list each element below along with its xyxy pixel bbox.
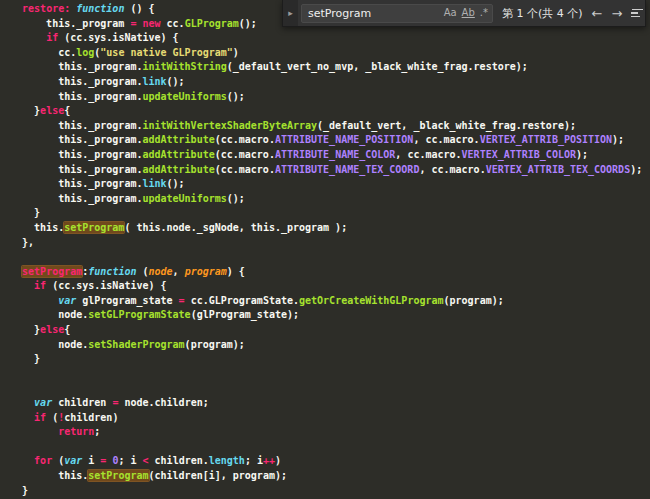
code-line: node.setShaderProgram(program); — [10, 338, 650, 353]
search-match: setProgram — [64, 222, 124, 233]
code-line: node.setGLProgramState(glProgram_state); — [10, 308, 650, 323]
prev-match-button[interactable]: ← — [592, 7, 603, 20]
code-line: this._program.initWithVertexShaderByteAr… — [10, 119, 650, 134]
code-line: if (cc.sys.isNative) { — [10, 31, 650, 46]
next-match-button[interactable]: → — [611, 7, 622, 20]
code-editor[interactable]: restore: function () { this._program = n… — [0, 0, 650, 498]
find-in-selection-button[interactable] — [631, 9, 644, 18]
code-line: if (cc.sys.isNative) { — [10, 279, 650, 294]
code-line: }, — [10, 236, 650, 251]
code-line: return; — [10, 425, 650, 440]
search-match: setProgram — [22, 266, 82, 277]
code-line: var glProgram_state = cc.GLProgramState.… — [10, 294, 650, 309]
find-widget: ▸ setProgram Aa Ab .* 第 1 个(共 4 个) ← → ✕ — [282, 0, 646, 27]
code-line — [10, 367, 650, 382]
chevron-right-icon: ▸ — [288, 8, 293, 18]
code-line: this.setProgram( this.node._sgNode, this… — [10, 221, 650, 236]
code-line: this._program.updateUniforms(); — [10, 192, 650, 207]
code-line — [10, 381, 650, 396]
code-line — [10, 440, 650, 455]
code-line: cc.log("use native GLProgram") — [10, 46, 650, 61]
code-line: this._program.addAttribute(cc.macro.ATTR… — [10, 133, 650, 148]
code-line: this.setProgram(children[i], program); — [10, 469, 650, 484]
code-line: this._program.addAttribute(cc.macro.ATTR… — [10, 163, 650, 178]
code-line: for (var i = 0; i < children.length; i++… — [10, 454, 650, 469]
code-line: } — [10, 206, 650, 221]
code-line: }else{ — [10, 104, 650, 119]
find-query-text: setProgram — [302, 7, 444, 20]
code-line — [10, 250, 650, 265]
code-line: this._program.link(); — [10, 75, 650, 90]
match-case-toggle[interactable]: Aa — [444, 8, 457, 18]
code-line: }else{ — [10, 323, 650, 338]
match-count: 第 1 个(共 4 个) — [502, 6, 583, 21]
code-line: this._program.initWithString(_default_ve… — [10, 60, 650, 75]
code-line: } — [10, 484, 650, 499]
code-line: var children = node.children; — [10, 396, 650, 411]
expand-replace-toggle[interactable]: ▸ — [283, 0, 298, 26]
code-line: this._program.updateUniforms(); — [10, 90, 650, 105]
find-toggles: Aa Ab .* — [444, 8, 492, 18]
code-line: setProgram:function (node, program) { — [10, 265, 650, 280]
find-in-selection-icon — [632, 9, 643, 11]
code-line: if (!children) — [10, 411, 650, 426]
whole-word-toggle[interactable]: Ab — [462, 8, 475, 18]
regex-toggle[interactable]: .* — [480, 8, 488, 18]
find-input[interactable]: setProgram Aa Ab .* — [301, 4, 493, 23]
code-line: } — [10, 352, 650, 367]
code-line: this._program.addAttribute(cc.macro.ATTR… — [10, 148, 650, 163]
search-match: setProgram — [88, 470, 148, 481]
code-line: this._program.link(); — [10, 177, 650, 192]
